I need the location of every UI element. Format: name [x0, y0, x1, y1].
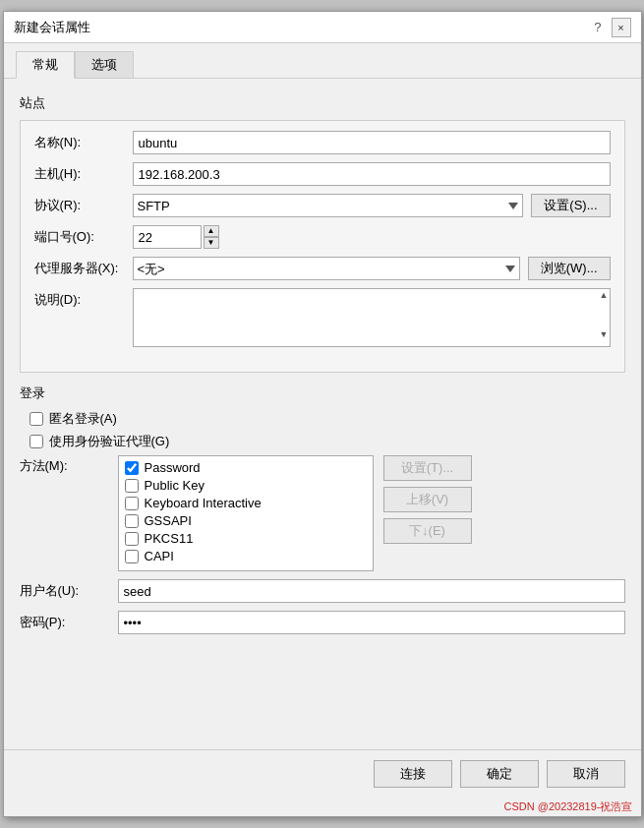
proxy-select[interactable]: <无>	[133, 257, 520, 280]
title-bar: 新建会话属性 ? ×	[4, 12, 641, 43]
method-pubkey-checkbox[interactable]	[125, 479, 139, 493]
connect-btn[interactable]: 连接	[374, 760, 452, 788]
method-capi: CAPI	[125, 549, 367, 563]
agent-label: 使用身份验证代理(G)	[49, 433, 170, 450]
scroll-up[interactable]: ▲	[600, 290, 609, 300]
host-row: 主机(H):	[34, 162, 611, 186]
method-kbd-checkbox[interactable]	[125, 497, 139, 510]
password-input[interactable]	[118, 611, 625, 634]
protocol-combo-wrapper: SFTP FTP SCP 设置(S)...	[133, 194, 611, 217]
desc-label: 说明(D):	[34, 288, 133, 309]
anon-checkbox[interactable]	[29, 412, 43, 426]
username-row: 用户名(U):	[20, 579, 625, 603]
method-kbd: Keyboard Interactive	[125, 496, 367, 510]
method-password-label: Password	[145, 460, 201, 475]
tab-options[interactable]: 选项	[75, 51, 134, 78]
settings-btn[interactable]: 设置(S)...	[531, 194, 610, 217]
port-label: 端口号(O):	[34, 228, 133, 246]
login-section-label: 登录	[20, 384, 625, 402]
proxy-combo-wrapper: <无> 浏览(W)...	[133, 257, 611, 280]
method-capi-checkbox[interactable]	[125, 550, 139, 563]
method-pkcs11-label: PKCS11	[145, 531, 194, 546]
scroll-down[interactable]: ▼	[600, 329, 609, 339]
agent-checkbox[interactable]	[29, 435, 43, 448]
name-label: 名称(N):	[34, 134, 133, 151]
tabs-area: 常规 选项	[4, 43, 641, 79]
port-input[interactable]	[133, 225, 202, 249]
method-row: 方法(M): Password Public Key Keyboard Inte…	[20, 455, 625, 571]
protocol-select[interactable]: SFTP FTP SCP	[133, 194, 524, 217]
anon-row: 匿名登录(A)	[29, 410, 625, 428]
station-section: 名称(N): 主机(H): 协议(R): SFTP FTP SCP 设置(S).…	[20, 120, 625, 373]
ok-btn[interactable]: 确定	[460, 760, 539, 788]
close-button[interactable]: ×	[612, 18, 631, 37]
port-up-btn[interactable]: ▲	[204, 225, 219, 237]
method-pubkey: Public Key	[125, 478, 367, 493]
method-buttons: 设置(T)... 上移(V) 下↓(E)	[383, 455, 472, 544]
password-row: 密码(P):	[20, 611, 625, 634]
dialog-title: 新建会话属性	[14, 19, 90, 36]
password-label: 密码(P):	[20, 614, 118, 631]
desc-wrapper: ▲ ▼	[133, 288, 611, 350]
anon-label: 匿名登录(A)	[49, 410, 117, 428]
method-capi-label: CAPI	[145, 549, 174, 563]
agent-row: 使用身份验证代理(G)	[29, 433, 625, 450]
tab-general[interactable]: 常规	[16, 51, 75, 79]
browse-btn[interactable]: 浏览(W)...	[528, 257, 611, 280]
method-gssapi-checkbox[interactable]	[125, 514, 139, 528]
proxy-row: 代理服务器(X): <无> 浏览(W)...	[34, 257, 611, 280]
proxy-label: 代理服务器(X):	[34, 260, 133, 277]
method-label: 方法(M):	[20, 455, 118, 475]
port-down-btn[interactable]: ▼	[204, 237, 219, 249]
login-section: 匿名登录(A) 使用身份验证代理(G) 方法(M): Password Pub	[20, 410, 625, 634]
method-kbd-label: Keyboard Interactive	[145, 496, 262, 510]
cancel-btn[interactable]: 取消	[547, 760, 625, 788]
desc-input[interactable]	[133, 288, 611, 347]
footer-buttons: 连接 确定 取消	[4, 749, 641, 798]
method-gssapi-label: GSSAPI	[145, 513, 192, 528]
name-input[interactable]	[133, 131, 611, 154]
method-settings-btn[interactable]: 设置(T)...	[383, 455, 472, 481]
method-gssapi: GSSAPI	[125, 513, 367, 528]
username-input[interactable]	[118, 579, 625, 603]
method-pubkey-label: Public Key	[145, 478, 205, 493]
content-area: 站点 名称(N): 主机(H): 协议(R): SFTP FTP SCP	[4, 79, 641, 749]
method-password: Password	[125, 460, 367, 475]
method-password-checkbox[interactable]	[125, 461, 139, 475]
method-list-box: Password Public Key Keyboard Interactive…	[118, 455, 374, 571]
desc-row: 说明(D): ▲ ▼	[34, 288, 611, 350]
name-row: 名称(N):	[34, 131, 611, 154]
protocol-label: 协议(R):	[34, 197, 133, 214]
method-pkcs11-checkbox[interactable]	[125, 532, 139, 546]
station-section-label: 站点	[20, 94, 625, 112]
host-input[interactable]	[133, 162, 611, 186]
method-down-btn[interactable]: 下↓(E)	[383, 518, 472, 544]
username-label: 用户名(U):	[20, 582, 118, 600]
watermark: CSDN @20232819-祝浩宣	[4, 798, 641, 816]
host-label: 主机(H):	[34, 165, 133, 183]
method-up-btn[interactable]: 上移(V)	[383, 487, 472, 512]
port-wrapper: ▲ ▼	[133, 225, 219, 249]
method-pkcs11: PKCS11	[125, 531, 367, 546]
port-row: 端口号(O): ▲ ▼	[34, 225, 611, 249]
port-spinner: ▲ ▼	[204, 225, 219, 249]
protocol-row: 协议(R): SFTP FTP SCP 设置(S)...	[34, 194, 611, 217]
desc-scrollbar: ▲ ▼	[600, 290, 609, 339]
help-button[interactable]: ?	[594, 20, 601, 34]
dialog: 新建会话属性 ? × 常规 选项 站点 名称(N): 主机(H):	[3, 11, 642, 817]
title-bar-controls: ? ×	[594, 18, 630, 37]
